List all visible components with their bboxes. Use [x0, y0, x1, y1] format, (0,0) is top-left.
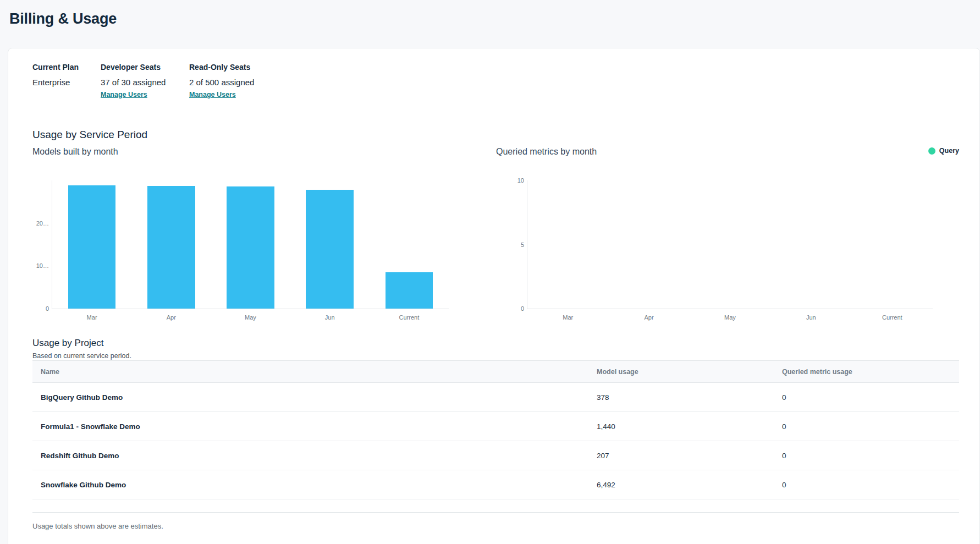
current-plan-label: Current Plan — [32, 63, 101, 72]
developer-seats-label: Developer Seats — [101, 63, 189, 72]
model-usage-value: 207 — [588, 441, 774, 470]
developer-seats-value: 37 of 30 assigned — [101, 77, 189, 87]
usage-by-service-period-heading: Usage by Service Period — [32, 128, 959, 142]
models-chart-plot: 010…20…MarAprMayJunCurrent — [52, 180, 449, 309]
queried-metrics-chart: Queried metrics by month Query 0510MarAp… — [496, 142, 959, 309]
y-axis-label: 0 — [30, 305, 49, 312]
x-axis-label: Jun — [770, 314, 851, 321]
x-axis-label: Mar — [527, 314, 608, 321]
project-name: BigQuery Github Demo — [32, 383, 588, 412]
model-usage-value: 378 — [588, 383, 774, 412]
column-header-name: Name — [32, 361, 588, 383]
x-axis-label: Jun — [290, 314, 370, 321]
x-axis-label: Current — [852, 314, 933, 321]
models-chart-title: Models built by month — [32, 146, 496, 158]
y-axis-label: 20… — [30, 219, 49, 227]
queried-metric-usage-value: 0 — [774, 441, 959, 470]
bar-jun[interactable] — [306, 190, 354, 309]
usage-by-project-heading: Usage by Project — [32, 337, 959, 350]
read-only-seats-label: Read-Only Seats — [189, 63, 959, 72]
read-only-seats-column: Read-Only Seats 2 of 500 assigned Manage… — [189, 63, 959, 99]
chart-legend[interactable]: Query — [928, 147, 959, 155]
project-name: Formula1 - Snowflake Demo — [32, 412, 588, 441]
table-footer-divider — [32, 499, 959, 513]
column-header-queried-metric-usage: Queried metric usage — [774, 361, 959, 383]
queried-metric-usage-value: 0 — [774, 470, 959, 499]
table-row: BigQuery Github Demo 378 0 — [32, 383, 959, 412]
x-axis-label: Mar — [52, 314, 131, 321]
project-name: Snowflake Github Demo — [32, 470, 588, 499]
current-plan-column: Current Plan Enterprise — [32, 63, 101, 99]
bar-mar[interactable] — [68, 185, 116, 309]
manage-read-only-users-link[interactable]: Manage Users — [189, 91, 236, 98]
legend-label: Query — [939, 147, 959, 155]
metrics-chart-title: Queried metrics by month — [496, 146, 959, 158]
billing-card: Current Plan Enterprise Developer Seats … — [8, 48, 980, 544]
y-axis-label: 5 — [505, 241, 524, 249]
usage-by-project-subtitle: Based on current service period. — [32, 352, 959, 360]
legend-dot-icon — [928, 147, 935, 155]
x-axis-label: May — [690, 314, 770, 321]
y-axis-label: 10 — [505, 177, 524, 184]
y-axis-label: 10… — [30, 262, 49, 270]
charts-row: Models built by month 010…20…MarAprMayJu… — [32, 142, 959, 309]
models-built-chart: Models built by month 010…20…MarAprMayJu… — [32, 142, 496, 309]
table-header-row: Name Model usage Queried metric usage — [32, 361, 959, 383]
model-usage-value: 1,440 — [588, 412, 774, 441]
bar-apr[interactable] — [147, 186, 195, 309]
plan-summary: Current Plan Enterprise Developer Seats … — [32, 63, 959, 99]
x-axis-label: May — [211, 314, 290, 321]
project-name: Redshift Github Demo — [32, 441, 588, 470]
x-axis-label: Apr — [608, 314, 689, 321]
bar-current[interactable] — [386, 272, 433, 309]
bar-may[interactable] — [227, 186, 274, 309]
current-plan-value: Enterprise — [32, 77, 101, 87]
usage-footnote: Usage totals shown above are estimates. — [32, 522, 959, 531]
page-title: Billing & Usage — [9, 9, 980, 29]
queried-metric-usage-value: 0 — [774, 412, 959, 441]
table-row: Redshift Github Demo 207 0 — [32, 441, 959, 470]
read-only-seats-value: 2 of 500 assigned — [189, 77, 959, 87]
model-usage-value: 6,492 — [588, 470, 774, 499]
queried-metric-usage-value: 0 — [774, 383, 959, 412]
metrics-chart-plot: 0510MarAprMayJunCurrent — [527, 180, 933, 309]
column-header-model-usage: Model usage — [588, 361, 774, 383]
developer-seats-column: Developer Seats 37 of 30 assigned Manage… — [101, 63, 189, 99]
usage-by-project-table: Name Model usage Queried metric usage Bi… — [32, 360, 959, 499]
table-row: Formula1 - Snowflake Demo 1,440 0 — [32, 412, 959, 441]
x-axis-label: Current — [370, 314, 449, 321]
manage-developer-users-link[interactable]: Manage Users — [101, 91, 147, 98]
y-axis-label: 0 — [505, 305, 524, 312]
x-axis-label: Apr — [131, 314, 211, 321]
table-row: Snowflake Github Demo 6,492 0 — [32, 470, 959, 499]
